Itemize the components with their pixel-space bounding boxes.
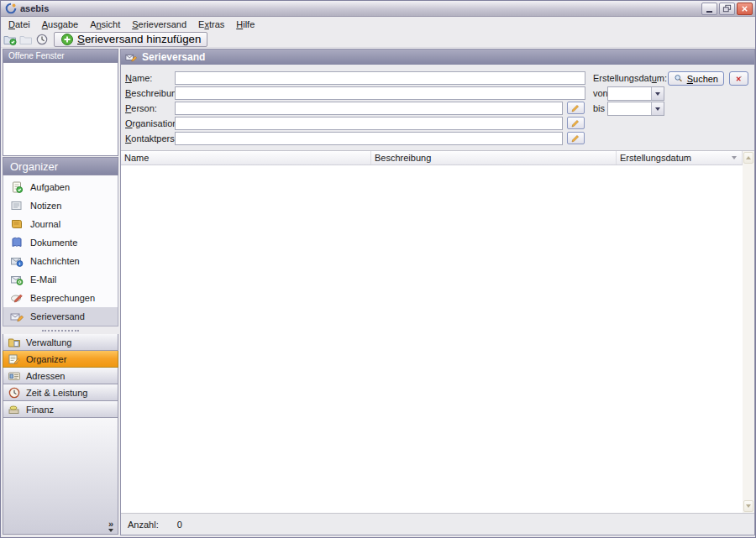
column-header-name[interactable]: Name — [121, 151, 371, 165]
mail-merge-icon — [125, 51, 137, 63]
column-header-erstellungsdatum[interactable]: Erstellungsdatum — [617, 151, 743, 165]
sidebar-item-label: E-Mail — [30, 274, 56, 285]
sidebar-splitter[interactable] — [3, 326, 118, 334]
count-value: 0 — [177, 520, 182, 530]
nav-adressen[interactable]: Adressen — [3, 368, 118, 384]
pencil-icon — [570, 118, 581, 128]
tasks-icon — [10, 180, 24, 194]
search-icon — [674, 73, 684, 84]
main-panel: Serieversand Name: Beschreibung: Person:… — [120, 49, 755, 535]
sidebar-item-serieversand[interactable]: Serieversand — [3, 307, 118, 326]
window-title: asebis — [20, 3, 49, 13]
open-windows-list[interactable] — [3, 62, 118, 156]
nav-verwaltung[interactable]: Verwaltung — [3, 334, 118, 351]
admin-icon — [8, 336, 21, 349]
person-edit-button[interactable] — [567, 102, 585, 114]
status-bar: Anzahl: 0 — [121, 513, 754, 535]
chevron-down-icon — [655, 107, 660, 111]
nav-label: Adressen — [26, 371, 65, 381]
nav-finanz[interactable]: Finanz — [3, 401, 118, 418]
main-header: Serieversand — [121, 50, 754, 65]
von-date-value — [608, 87, 651, 100]
menu-extras[interactable]: Extras — [192, 18, 230, 31]
history-icon[interactable] — [35, 33, 49, 46]
sidebar-item-notizen[interactable]: Notizen — [3, 196, 118, 215]
messages-icon — [10, 254, 24, 268]
search-button-label: Suchen — [687, 74, 718, 84]
arrow-down-icon — [746, 504, 751, 508]
title-bar[interactable]: asebis — [1, 1, 755, 17]
column-header-beschreibung[interactable]: Beschreibung — [371, 151, 617, 165]
scroll-down-button[interactable] — [743, 500, 753, 512]
minimize-button[interactable] — [701, 3, 717, 15]
app-logo-icon — [5, 3, 17, 14]
sidebar-item-besprechungen[interactable]: Besprechungen — [3, 289, 118, 307]
mail-merge-icon — [10, 310, 24, 323]
nav-footer: » — [3, 418, 118, 535]
menu-hilfe[interactable]: Hilfe — [230, 18, 260, 31]
organisation-edit-button[interactable] — [567, 117, 585, 129]
finance-icon — [8, 403, 21, 416]
sidebar-item-nachrichten[interactable]: Nachrichten — [3, 252, 118, 270]
sidebar-item-label: Aufgaben — [30, 182, 70, 192]
app-window: asebis Datei Ausgabe Ansicht Serieversan… — [0, 0, 756, 538]
von-date-combobox[interactable] — [607, 86, 664, 101]
sidebar-item-journal[interactable]: Journal — [3, 215, 118, 233]
bis-date-value — [608, 102, 651, 115]
name-input[interactable] — [175, 71, 585, 85]
sidebar-item-label: Nachrichten — [30, 256, 80, 266]
organizer-section-header: Organizer — [3, 157, 118, 175]
bis-label: bis — [593, 103, 605, 113]
bis-dropdown-button[interactable] — [651, 102, 664, 115]
vertical-scrollbar[interactable] — [743, 151, 754, 513]
close-button[interactable] — [737, 3, 753, 15]
nav-organizer[interactable]: Organizer — [3, 351, 118, 368]
grid-body[interactable] — [121, 165, 743, 513]
chevron-down-icon — [655, 92, 660, 96]
notes-icon — [10, 199, 24, 212]
add-icon — [60, 33, 74, 46]
time-icon — [8, 386, 21, 400]
search-form: Name: Beschreibung: Person: Organisation… — [121, 65, 754, 150]
sidebar-item-label: Journal — [30, 219, 60, 229]
organizer-icon — [8, 353, 21, 366]
add-serieversand-button[interactable]: Serieversand hinzufügen — [54, 32, 207, 47]
add-serieversand-label: Serieversand hinzufügen — [77, 33, 201, 45]
restore-icon — [722, 4, 732, 13]
kontaktperson-edit-button[interactable] — [567, 132, 585, 144]
organisation-input[interactable] — [175, 117, 563, 130]
menu-datei[interactable]: Datei — [3, 18, 36, 31]
journal-icon — [10, 217, 24, 231]
sidebar-item-email[interactable]: E-Mail — [3, 270, 118, 289]
kontaktperson-input[interactable] — [175, 132, 563, 145]
sidebar-item-dokumente[interactable]: Dokumente — [3, 233, 118, 252]
restore-button[interactable] — [719, 3, 735, 15]
minimize-icon — [706, 11, 712, 13]
person-input[interactable] — [175, 102, 563, 115]
page-title: Serieversand — [142, 51, 205, 63]
grid-header: Name Beschreibung Erstellungsdatum — [121, 151, 743, 165]
clear-filter-icon — [735, 74, 743, 84]
new-folder-icon[interactable] — [3, 33, 17, 46]
close-icon — [741, 5, 748, 13]
addresses-icon — [8, 369, 21, 383]
menu-serieversand[interactable]: Serieversand — [126, 18, 192, 31]
beschreibung-input[interactable] — [175, 86, 585, 100]
von-dropdown-button[interactable] — [651, 87, 664, 100]
bis-date-combobox[interactable] — [607, 102, 664, 116]
menu-ansicht[interactable]: Ansicht — [84, 18, 126, 31]
folder-icon[interactable] — [19, 33, 33, 46]
nav-overflow-button[interactable]: » — [108, 520, 113, 532]
search-button[interactable]: Suchen — [668, 71, 724, 86]
scroll-up-button[interactable] — [743, 152, 753, 164]
nav-zeit-leistung[interactable]: Zeit & Leistung — [3, 384, 118, 401]
chevron-down-icon — [108, 529, 113, 532]
organisation-label: Organisation: — [125, 118, 180, 128]
nav-label: Finanz — [26, 405, 54, 415]
clear-filter-button[interactable] — [729, 71, 748, 86]
email-icon — [10, 273, 24, 286]
sidebar-item-aufgaben[interactable]: Aufgaben — [3, 178, 118, 196]
sort-descending-icon — [732, 156, 737, 159]
sidebar-item-label: Dokumente — [30, 238, 77, 248]
menu-ausgabe[interactable]: Ausgabe — [36, 18, 84, 31]
